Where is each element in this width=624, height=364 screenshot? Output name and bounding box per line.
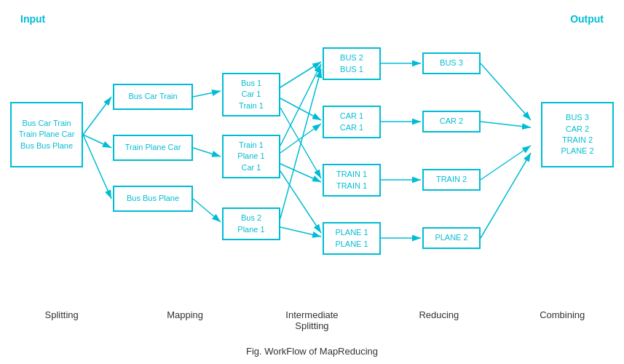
inter3-box: TRAIN 1 TRAIN 1 — [323, 164, 381, 197]
split2-box: Train Plane Car — [113, 135, 193, 161]
svg-line-10 — [280, 64, 321, 146]
svg-line-1 — [83, 97, 111, 135]
svg-line-9 — [280, 108, 321, 178]
map3-box: Bus 2 Plane 1 — [222, 207, 280, 240]
svg-line-23 — [481, 153, 531, 238]
svg-line-12 — [280, 164, 321, 182]
inter2-box: CAR 1 CAR 1 — [323, 106, 381, 138]
svg-line-20 — [481, 63, 531, 120]
fig-caption: Fig. WorkFlow of MapReducing — [0, 342, 624, 357]
svg-line-7 — [280, 62, 321, 87]
intermediate-splitting-label: IntermediateSplitting — [272, 309, 352, 331]
svg-line-5 — [193, 148, 221, 157]
splitting-label: Splitting — [25, 309, 98, 331]
map1-box: Bus 1 Car 1 Train 1 — [222, 73, 280, 116]
output-box: BUS 3 CAR 2 TRAIN 2 PLANE 2 — [541, 102, 614, 167]
reduce2-box: CAR 2 — [422, 111, 481, 132]
input-label: Input — [20, 13, 45, 25]
reducing-label: Reducing — [403, 309, 475, 331]
output-label: Output — [570, 13, 604, 25]
svg-line-11 — [280, 124, 321, 153]
labels-row: Splitting Mapping IntermediateSplitting … — [0, 309, 624, 331]
inter4-box: PLANE 1 PLANE 1 — [323, 222, 381, 255]
input-box: Bus Car Train Train Plane Car Bus Bus Pl… — [10, 102, 83, 167]
split3-box: Bus Bus Plane — [113, 186, 193, 212]
combining-label: Combining — [526, 309, 599, 331]
svg-line-14 — [280, 69, 321, 218]
inter1-box: BUS 2 BUS 1 — [323, 47, 381, 80]
reduce4-box: PLANE 2 — [422, 227, 481, 249]
split1-box: Bus Car Train — [113, 84, 193, 110]
arrows-svg — [0, 0, 624, 320]
map2-box: Train 1 Plane 1 Car 1 — [222, 135, 280, 178]
svg-line-6 — [193, 199, 221, 222]
svg-line-15 — [280, 227, 321, 237]
reduce1-box: BUS 3 — [422, 52, 481, 74]
svg-line-13 — [280, 171, 321, 233]
reduce3-box: TRAIN 2 — [422, 169, 481, 191]
svg-line-21 — [481, 122, 531, 127]
svg-line-2 — [83, 135, 111, 148]
svg-line-4 — [193, 91, 221, 97]
diagram-container: Input Output Bus Car Train Train Plane C… — [0, 0, 624, 320]
svg-line-8 — [280, 98, 321, 120]
svg-line-22 — [481, 146, 531, 180]
mapping-label: Mapping — [149, 309, 221, 331]
svg-line-3 — [83, 135, 111, 199]
